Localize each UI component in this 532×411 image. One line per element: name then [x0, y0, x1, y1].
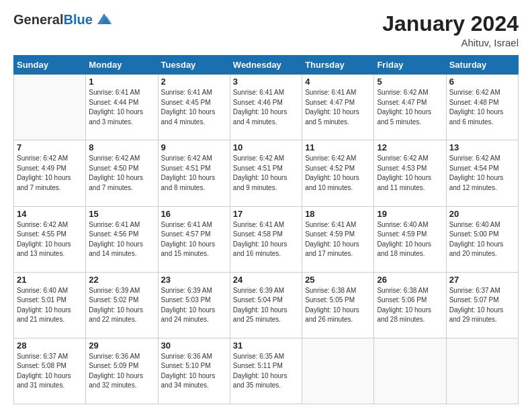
- day-number: 29: [89, 340, 154, 351]
- calendar-table: SundayMondayTuesdayWednesdayThursdayFrid…: [13, 55, 519, 404]
- day-number: 21: [17, 275, 83, 285]
- logo-text: GeneralBlue: [13, 12, 114, 27]
- day-info: Sunrise: 6:39 AM Sunset: 5:04 PM Dayligh…: [233, 286, 299, 325]
- day-info: Sunrise: 6:42 AM Sunset: 4:47 PM Dayligh…: [377, 88, 443, 127]
- day-cell: 24Sunrise: 6:39 AM Sunset: 5:04 PM Dayli…: [230, 272, 302, 338]
- day-info: Sunrise: 6:42 AM Sunset: 4:54 PM Dayligh…: [449, 154, 515, 193]
- week-row-0: 1Sunrise: 6:41 AM Sunset: 4:44 PM Daylig…: [14, 75, 519, 140]
- day-info: Sunrise: 6:41 AM Sunset: 4:47 PM Dayligh…: [305, 88, 371, 127]
- day-info: Sunrise: 6:41 AM Sunset: 4:57 PM Dayligh…: [161, 220, 227, 259]
- day-info: Sunrise: 6:39 AM Sunset: 5:02 PM Dayligh…: [89, 286, 154, 325]
- day-number: 24: [233, 275, 299, 285]
- day-info: Sunrise: 6:42 AM Sunset: 4:51 PM Dayligh…: [161, 154, 227, 193]
- day-number: 6: [449, 77, 515, 87]
- day-cell: 27Sunrise: 6:37 AM Sunset: 5:07 PM Dayli…: [446, 272, 518, 338]
- day-info: Sunrise: 6:41 AM Sunset: 4:44 PM Dayligh…: [89, 88, 154, 127]
- day-number: 25: [305, 275, 371, 285]
- day-number: 8: [89, 142, 154, 152]
- title-block: January 2024 Ahituv, Israel: [382, 12, 519, 48]
- weekday-header-row: SundayMondayTuesdayWednesdayThursdayFrid…: [14, 56, 519, 75]
- day-number: 17: [233, 209, 299, 219]
- day-info: Sunrise: 6:42 AM Sunset: 4:53 PM Dayligh…: [377, 154, 443, 193]
- day-cell: [446, 338, 518, 404]
- day-number: 11: [305, 142, 371, 152]
- day-number: 3: [233, 77, 299, 87]
- day-info: Sunrise: 6:38 AM Sunset: 5:06 PM Dayligh…: [377, 286, 443, 325]
- day-info: Sunrise: 6:39 AM Sunset: 5:03 PM Dayligh…: [161, 286, 227, 325]
- weekday-header-friday: Friday: [374, 56, 446, 75]
- day-number: 30: [161, 340, 227, 351]
- day-info: Sunrise: 6:42 AM Sunset: 4:48 PM Dayligh…: [449, 88, 515, 127]
- day-info: Sunrise: 6:38 AM Sunset: 5:05 PM Dayligh…: [305, 286, 371, 325]
- day-cell: 22Sunrise: 6:39 AM Sunset: 5:02 PM Dayli…: [86, 272, 158, 338]
- day-info: Sunrise: 6:40 AM Sunset: 4:59 PM Dayligh…: [377, 220, 443, 259]
- day-cell: 18Sunrise: 6:41 AM Sunset: 4:59 PM Dayli…: [302, 206, 374, 272]
- weekday-header-sunday: Sunday: [14, 56, 86, 75]
- day-number: 16: [161, 209, 227, 219]
- day-number: 23: [161, 275, 227, 285]
- day-number: 31: [233, 340, 299, 351]
- day-cell: [14, 75, 86, 140]
- day-info: Sunrise: 6:37 AM Sunset: 5:07 PM Dayligh…: [449, 286, 515, 325]
- location: Ahituv, Israel: [382, 37, 519, 48]
- day-cell: [302, 338, 374, 404]
- header: GeneralBlue January 2024 Ahituv, Israel: [13, 12, 519, 48]
- logo-general-text: General: [13, 12, 63, 27]
- day-cell: 14Sunrise: 6:42 AM Sunset: 4:55 PM Dayli…: [14, 206, 86, 272]
- day-info: Sunrise: 6:37 AM Sunset: 5:08 PM Dayligh…: [17, 352, 83, 391]
- weekday-header-wednesday: Wednesday: [230, 56, 302, 75]
- day-cell: 15Sunrise: 6:41 AM Sunset: 4:56 PM Dayli…: [86, 206, 158, 272]
- day-number: 26: [377, 275, 443, 285]
- day-cell: 6Sunrise: 6:42 AM Sunset: 4:48 PM Daylig…: [446, 75, 518, 140]
- day-cell: 30Sunrise: 6:36 AM Sunset: 5:10 PM Dayli…: [158, 338, 230, 404]
- day-number: 22: [89, 275, 154, 285]
- day-info: Sunrise: 6:35 AM Sunset: 5:11 PM Dayligh…: [233, 352, 299, 391]
- day-cell: 2Sunrise: 6:41 AM Sunset: 4:45 PM Daylig…: [158, 75, 230, 140]
- weekday-header-monday: Monday: [86, 56, 158, 75]
- day-cell: 7Sunrise: 6:42 AM Sunset: 4:49 PM Daylig…: [14, 140, 86, 206]
- day-cell: 29Sunrise: 6:36 AM Sunset: 5:09 PM Dayli…: [86, 338, 158, 404]
- day-cell: 26Sunrise: 6:38 AM Sunset: 5:06 PM Dayli…: [374, 272, 446, 338]
- week-row-4: 28Sunrise: 6:37 AM Sunset: 5:08 PM Dayli…: [14, 338, 519, 404]
- day-cell: 19Sunrise: 6:40 AM Sunset: 4:59 PM Dayli…: [374, 206, 446, 272]
- day-cell: 20Sunrise: 6:40 AM Sunset: 5:00 PM Dayli…: [446, 206, 518, 272]
- weekday-header-tuesday: Tuesday: [158, 56, 230, 75]
- day-number: 20: [449, 209, 515, 219]
- day-info: Sunrise: 6:41 AM Sunset: 4:59 PM Dayligh…: [305, 220, 371, 259]
- day-number: 12: [377, 142, 443, 152]
- day-number: 13: [449, 142, 515, 152]
- day-info: Sunrise: 6:40 AM Sunset: 5:01 PM Dayligh…: [17, 286, 83, 325]
- page: GeneralBlue January 2024 Ahituv, Israel …: [0, 0, 532, 411]
- day-info: Sunrise: 6:41 AM Sunset: 4:58 PM Dayligh…: [233, 220, 299, 259]
- weekday-header-thursday: Thursday: [302, 56, 374, 75]
- day-cell: 1Sunrise: 6:41 AM Sunset: 4:44 PM Daylig…: [86, 75, 158, 140]
- day-cell: 8Sunrise: 6:42 AM Sunset: 4:50 PM Daylig…: [86, 140, 158, 206]
- day-cell: 21Sunrise: 6:40 AM Sunset: 5:01 PM Dayli…: [14, 272, 86, 338]
- day-info: Sunrise: 6:42 AM Sunset: 4:52 PM Dayligh…: [305, 154, 371, 193]
- day-info: Sunrise: 6:42 AM Sunset: 4:50 PM Dayligh…: [89, 154, 154, 193]
- day-cell: 17Sunrise: 6:41 AM Sunset: 4:58 PM Dayli…: [230, 206, 302, 272]
- day-cell: 11Sunrise: 6:42 AM Sunset: 4:52 PM Dayli…: [302, 140, 374, 206]
- week-row-2: 14Sunrise: 6:42 AM Sunset: 4:55 PM Dayli…: [14, 206, 519, 272]
- day-info: Sunrise: 6:41 AM Sunset: 4:56 PM Dayligh…: [89, 220, 154, 259]
- week-row-1: 7Sunrise: 6:42 AM Sunset: 4:49 PM Daylig…: [14, 140, 519, 206]
- day-cell: 28Sunrise: 6:37 AM Sunset: 5:08 PM Dayli…: [14, 338, 86, 404]
- day-cell: [374, 338, 446, 404]
- day-number: 10: [233, 142, 299, 152]
- day-cell: 25Sunrise: 6:38 AM Sunset: 5:05 PM Dayli…: [302, 272, 374, 338]
- day-number: 5: [377, 77, 443, 87]
- month-title: January 2024: [382, 12, 519, 36]
- logo: GeneralBlue: [13, 12, 114, 27]
- day-info: Sunrise: 6:42 AM Sunset: 4:51 PM Dayligh…: [233, 154, 299, 193]
- day-info: Sunrise: 6:42 AM Sunset: 4:55 PM Dayligh…: [17, 220, 83, 259]
- logo-icon: [95, 12, 114, 27]
- day-cell: 5Sunrise: 6:42 AM Sunset: 4:47 PM Daylig…: [374, 75, 446, 140]
- day-cell: 10Sunrise: 6:42 AM Sunset: 4:51 PM Dayli…: [230, 140, 302, 206]
- day-cell: 13Sunrise: 6:42 AM Sunset: 4:54 PM Dayli…: [446, 140, 518, 206]
- day-info: Sunrise: 6:40 AM Sunset: 5:00 PM Dayligh…: [449, 220, 515, 259]
- day-number: 28: [17, 340, 83, 351]
- day-cell: 12Sunrise: 6:42 AM Sunset: 4:53 PM Dayli…: [374, 140, 446, 206]
- day-cell: 16Sunrise: 6:41 AM Sunset: 4:57 PM Dayli…: [158, 206, 230, 272]
- day-cell: 31Sunrise: 6:35 AM Sunset: 5:11 PM Dayli…: [230, 338, 302, 404]
- day-cell: 4Sunrise: 6:41 AM Sunset: 4:47 PM Daylig…: [302, 75, 374, 140]
